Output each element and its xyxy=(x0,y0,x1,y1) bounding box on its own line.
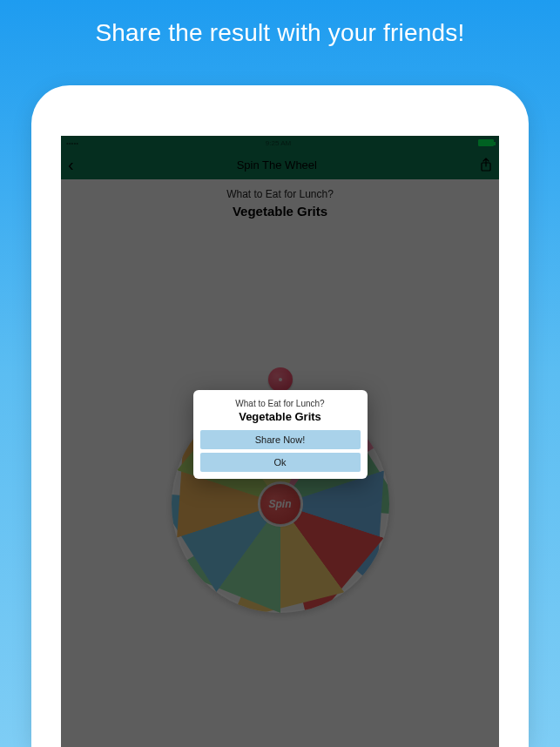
share-now-button[interactable]: Share Now! xyxy=(200,430,361,449)
ok-button[interactable]: Ok xyxy=(200,453,361,472)
device-frame: ••••• 9:25 AM ‹ Spin The Wheel What to E… xyxy=(31,85,529,747)
promo-caption: Share the result with your friends! xyxy=(0,0,560,70)
modal-question: What to Eat for Lunch? xyxy=(200,399,361,408)
device-screen: ••••• 9:25 AM ‹ Spin The Wheel What to E… xyxy=(61,136,499,747)
modal-result: Vegetable Grits xyxy=(200,408,361,430)
result-modal: What to Eat for Lunch? Vegetable Grits S… xyxy=(193,390,368,479)
